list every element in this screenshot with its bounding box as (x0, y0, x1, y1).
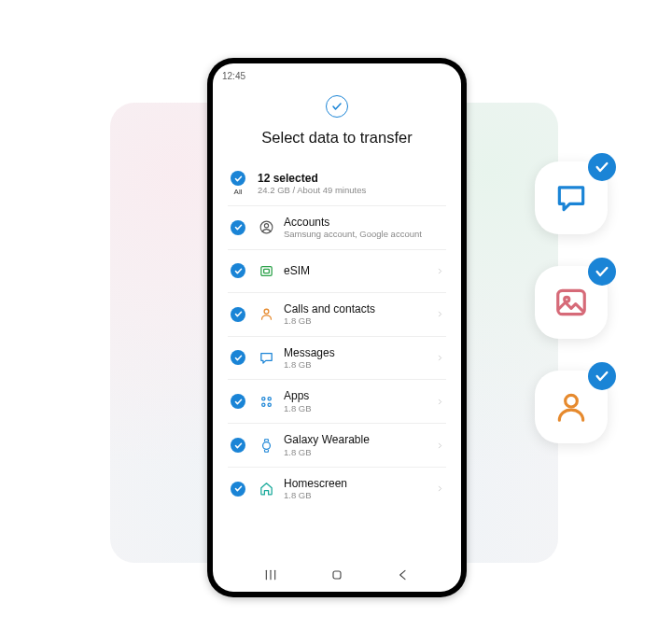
wearable-icon (258, 437, 274, 454)
row-messages[interactable]: Messages 1.8 GB (228, 337, 446, 381)
svg-rect-2 (260, 266, 271, 275)
transfer-list: All 12 selected 24.2 GB / About 49 minut… (213, 161, 461, 560)
row-title-apps: Apps (284, 389, 424, 402)
svg-point-6 (268, 397, 271, 399)
check-badge-icon (588, 362, 616, 390)
row-title-homescreen: Homescreen (284, 477, 424, 490)
nav-back-button[interactable] (395, 567, 412, 583)
summary-count: 12 selected (258, 172, 424, 185)
row-title-contacts: Calls and contacts (284, 302, 424, 315)
chevron-right-icon (433, 441, 446, 451)
svg-point-8 (268, 403, 271, 406)
row-esim[interactable]: eSIM (228, 250, 446, 293)
svg-point-5 (261, 397, 264, 399)
row-title-esim: eSIM (284, 264, 424, 277)
svg-point-9 (262, 441, 270, 449)
row-sub-homescreen: 1.8 GB (284, 490, 424, 500)
checkbox-apps[interactable] (231, 394, 245, 409)
page-title: Select data to transfer (261, 129, 412, 147)
row-wearable[interactable]: Galaxy Wearable 1.8 GB (228, 424, 446, 468)
row-sub-accounts: Samsung account, Google account (284, 229, 424, 239)
nav-recents-button[interactable] (262, 567, 279, 583)
chevron-right-icon (433, 353, 446, 363)
chevron-right-icon (433, 266, 446, 276)
tile-messages (535, 161, 608, 234)
checkbox-contacts[interactable] (231, 307, 245, 322)
select-all-checkbox[interactable] (231, 171, 245, 186)
nav-bar (213, 560, 461, 592)
checkbox-esim[interactable] (231, 263, 245, 278)
account-icon (258, 219, 274, 236)
row-homescreen[interactable]: Homescreen 1.8 GB (228, 468, 446, 511)
page-header: Select data to transfer (213, 84, 461, 161)
checkbox-accounts[interactable] (231, 220, 245, 235)
checkbox-messages[interactable] (231, 350, 245, 365)
svg-point-7 (261, 403, 264, 406)
check-circle-icon (326, 95, 348, 118)
messages-icon (258, 349, 274, 366)
row-title-accounts: Accounts (284, 216, 424, 229)
status-bar: 12:45 (213, 63, 461, 84)
esim-icon (258, 262, 274, 279)
svg-point-4 (264, 309, 269, 314)
row-title-messages: Messages (284, 346, 424, 359)
checkbox-wearable[interactable] (231, 438, 245, 453)
row-all[interactable]: All 12 selected 24.2 GB / About 49 minut… (228, 161, 446, 206)
check-badge-icon (588, 258, 616, 286)
select-all-label: All (234, 188, 243, 196)
svg-point-16 (566, 395, 578, 407)
row-sub-wearable: 1.8 GB (284, 447, 424, 457)
checkbox-homescreen[interactable] (231, 482, 245, 497)
home-icon (258, 481, 274, 497)
tile-contacts (535, 371, 608, 443)
chevron-right-icon (433, 309, 446, 319)
summary-detail: 24.2 GB / About 49 minutes (258, 185, 424, 195)
svg-rect-13 (333, 571, 341, 579)
row-sub-messages: 1.8 GB (284, 359, 424, 370)
apps-icon (258, 393, 274, 410)
row-sub-contacts: 1.8 GB (284, 315, 424, 326)
phone-screen: 12:45 Select data to transfer All (213, 63, 461, 592)
check-badge-icon (588, 153, 616, 181)
row-apps[interactable]: Apps 1.8 GB (228, 380, 446, 424)
row-accounts[interactable]: Accounts Samsung account, Google account (228, 206, 446, 250)
status-time: 12:45 (222, 71, 245, 81)
phone-frame: 12:45 Select data to transfer All (207, 58, 467, 597)
chevron-right-icon (433, 397, 446, 407)
chevron-right-icon (433, 483, 446, 494)
row-title-wearable: Galaxy Wearable (284, 433, 424, 446)
contacts-icon (258, 306, 274, 323)
nav-home-button[interactable] (329, 567, 345, 583)
svg-point-1 (264, 224, 268, 228)
row-contacts[interactable]: Calls and contacts 1.8 GB (228, 293, 446, 337)
row-sub-apps: 1.8 GB (284, 403, 424, 413)
svg-rect-3 (263, 269, 269, 273)
tile-gallery (535, 266, 608, 339)
